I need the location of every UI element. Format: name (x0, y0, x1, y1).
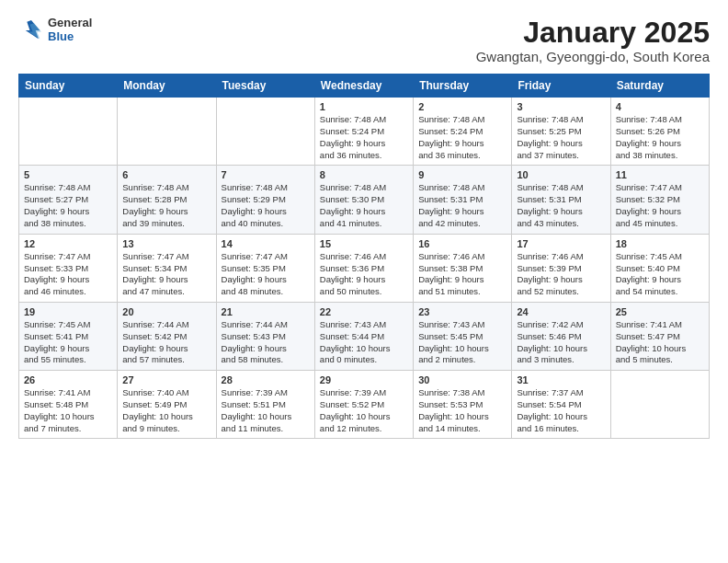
calendar-cell-w2-d2: 6Sunrise: 7:48 AM Sunset: 5:28 PM Daylig… (118, 166, 216, 234)
day-number: 7 (222, 169, 310, 180)
day-info: Sunrise: 7:41 AM Sunset: 5:48 PM Dayligh… (24, 387, 112, 434)
calendar-title: January 2025 (476, 17, 710, 49)
header-monday: Monday (118, 75, 216, 98)
calendar-week-5: 26Sunrise: 7:41 AM Sunset: 5:48 PM Dayli… (19, 371, 710, 439)
calendar-week-4: 19Sunrise: 7:45 AM Sunset: 5:41 PM Dayli… (19, 302, 710, 370)
calendar-cell-w5-d5: 30Sunrise: 7:38 AM Sunset: 5:53 PM Dayli… (414, 371, 512, 439)
day-info: Sunrise: 7:48 AM Sunset: 5:28 PM Dayligh… (122, 182, 210, 229)
day-number: 12 (24, 238, 112, 249)
day-number: 21 (222, 306, 310, 317)
calendar-cell-w5-d7 (610, 371, 709, 439)
logo-blue-text: Blue (48, 30, 92, 44)
day-number: 17 (517, 238, 605, 249)
day-number: 6 (122, 169, 210, 180)
calendar-cell-w3-d6: 17Sunrise: 7:46 AM Sunset: 5:39 PM Dayli… (512, 234, 610, 302)
day-info: Sunrise: 7:43 AM Sunset: 5:45 PM Dayligh… (418, 319, 506, 366)
calendar-cell-w3-d2: 13Sunrise: 7:47 AM Sunset: 5:34 PM Dayli… (118, 234, 216, 302)
calendar-location: Gwangtan, Gyeonggi-do, South Korea (476, 49, 710, 64)
day-info: Sunrise: 7:48 AM Sunset: 5:27 PM Dayligh… (24, 182, 112, 229)
calendar-cell-w2-d6: 10Sunrise: 7:48 AM Sunset: 5:31 PM Dayli… (512, 166, 610, 234)
day-info: Sunrise: 7:48 AM Sunset: 5:30 PM Dayligh… (320, 182, 408, 229)
day-number: 29 (320, 374, 408, 385)
calendar-cell-w4-d5: 23Sunrise: 7:43 AM Sunset: 5:45 PM Dayli… (414, 302, 512, 370)
day-number: 3 (517, 101, 605, 112)
day-info: Sunrise: 7:41 AM Sunset: 5:47 PM Dayligh… (616, 319, 704, 366)
day-info: Sunrise: 7:48 AM Sunset: 5:29 PM Dayligh… (222, 182, 310, 229)
day-info: Sunrise: 7:46 AM Sunset: 5:36 PM Dayligh… (320, 251, 408, 298)
day-number: 18 (616, 238, 704, 249)
calendar-cell-w4-d7: 25Sunrise: 7:41 AM Sunset: 5:47 PM Dayli… (610, 302, 709, 370)
day-number: 4 (616, 101, 704, 112)
calendar-cell-w5-d4: 29Sunrise: 7:39 AM Sunset: 5:52 PM Dayli… (314, 371, 413, 439)
day-info: Sunrise: 7:39 AM Sunset: 5:52 PM Dayligh… (320, 387, 408, 434)
calendar-cell-w4-d1: 19Sunrise: 7:45 AM Sunset: 5:41 PM Dayli… (19, 302, 118, 370)
day-info: Sunrise: 7:47 AM Sunset: 5:35 PM Dayligh… (222, 251, 310, 298)
title-block: January 2025 Gwangtan, Gyeonggi-do, Sout… (476, 17, 710, 64)
calendar-cell-w1-d5: 2Sunrise: 7:48 AM Sunset: 5:24 PM Daylig… (414, 98, 512, 166)
calendar-week-1: 1Sunrise: 7:48 AM Sunset: 5:24 PM Daylig… (19, 98, 710, 166)
day-number: 11 (616, 169, 704, 180)
calendar-cell-w5-d2: 27Sunrise: 7:40 AM Sunset: 5:49 PM Dayli… (118, 371, 216, 439)
logo-general-text: General (48, 17, 92, 30)
day-info: Sunrise: 7:40 AM Sunset: 5:49 PM Dayligh… (122, 387, 210, 434)
day-number: 15 (320, 238, 408, 249)
day-number: 27 (122, 374, 210, 385)
calendar-cell-w2-d7: 11Sunrise: 7:47 AM Sunset: 5:32 PM Dayli… (610, 166, 709, 234)
day-number: 19 (24, 306, 112, 317)
day-number: 28 (222, 374, 310, 385)
day-number: 10 (517, 169, 605, 180)
calendar-cell-w2-d3: 7Sunrise: 7:48 AM Sunset: 5:29 PM Daylig… (216, 166, 314, 234)
day-number: 16 (418, 238, 506, 249)
calendar-cell-w1-d4: 1Sunrise: 7:48 AM Sunset: 5:24 PM Daylig… (314, 98, 413, 166)
logo-icon (18, 17, 44, 43)
calendar-cell-w1-d6: 3Sunrise: 7:48 AM Sunset: 5:25 PM Daylig… (512, 98, 610, 166)
calendar-cell-w3-d1: 12Sunrise: 7:47 AM Sunset: 5:33 PM Dayli… (19, 234, 118, 302)
day-number: 13 (122, 238, 210, 249)
day-info: Sunrise: 7:45 AM Sunset: 5:41 PM Dayligh… (24, 319, 112, 366)
calendar-week-3: 12Sunrise: 7:47 AM Sunset: 5:33 PM Dayli… (19, 234, 710, 302)
page: General Blue January 2025 Gwangtan, Gyeo… (0, 0, 728, 452)
day-info: Sunrise: 7:37 AM Sunset: 5:54 PM Dayligh… (517, 387, 605, 434)
day-number: 9 (418, 169, 506, 180)
calendar-week-2: 5Sunrise: 7:48 AM Sunset: 5:27 PM Daylig… (19, 166, 710, 234)
day-info: Sunrise: 7:46 AM Sunset: 5:39 PM Dayligh… (517, 251, 605, 298)
calendar-cell-w1-d3 (216, 98, 314, 166)
calendar-cell-w2-d5: 9Sunrise: 7:48 AM Sunset: 5:31 PM Daylig… (414, 166, 512, 234)
calendar-table: Sunday Monday Tuesday Wednesday Thursday… (18, 74, 710, 439)
day-info: Sunrise: 7:44 AM Sunset: 5:43 PM Dayligh… (222, 319, 310, 366)
day-info: Sunrise: 7:48 AM Sunset: 5:31 PM Dayligh… (517, 182, 605, 229)
header-friday: Friday (512, 75, 610, 98)
header: General Blue January 2025 Gwangtan, Gyeo… (18, 17, 710, 64)
day-number: 8 (320, 169, 408, 180)
calendar-cell-w5-d3: 28Sunrise: 7:39 AM Sunset: 5:51 PM Dayli… (216, 371, 314, 439)
calendar-cell-w2-d4: 8Sunrise: 7:48 AM Sunset: 5:30 PM Daylig… (314, 166, 413, 234)
calendar-cell-w3-d4: 15Sunrise: 7:46 AM Sunset: 5:36 PM Dayli… (314, 234, 413, 302)
day-number: 31 (517, 374, 605, 385)
day-number: 26 (24, 374, 112, 385)
calendar-cell-w3-d7: 18Sunrise: 7:45 AM Sunset: 5:40 PM Dayli… (610, 234, 709, 302)
day-info: Sunrise: 7:42 AM Sunset: 5:46 PM Dayligh… (517, 319, 605, 366)
calendar-cell-w4-d3: 21Sunrise: 7:44 AM Sunset: 5:43 PM Dayli… (216, 302, 314, 370)
calendar-cell-w1-d2 (118, 98, 216, 166)
day-info: Sunrise: 7:44 AM Sunset: 5:42 PM Dayligh… (122, 319, 210, 366)
day-info: Sunrise: 7:43 AM Sunset: 5:44 PM Dayligh… (320, 319, 408, 366)
day-info: Sunrise: 7:48 AM Sunset: 5:24 PM Dayligh… (320, 114, 408, 161)
day-number: 20 (122, 306, 210, 317)
calendar-cell-w4-d6: 24Sunrise: 7:42 AM Sunset: 5:46 PM Dayli… (512, 302, 610, 370)
day-info: Sunrise: 7:48 AM Sunset: 5:24 PM Dayligh… (418, 114, 506, 161)
header-thursday: Thursday (414, 75, 512, 98)
day-info: Sunrise: 7:38 AM Sunset: 5:53 PM Dayligh… (418, 387, 506, 434)
day-number: 24 (517, 306, 605, 317)
day-info: Sunrise: 7:47 AM Sunset: 5:32 PM Dayligh… (616, 182, 704, 229)
day-info: Sunrise: 7:48 AM Sunset: 5:25 PM Dayligh… (517, 114, 605, 161)
day-number: 2 (418, 101, 506, 112)
header-wednesday: Wednesday (314, 75, 413, 98)
calendar-cell-w5-d6: 31Sunrise: 7:37 AM Sunset: 5:54 PM Dayli… (512, 371, 610, 439)
calendar-cell-w2-d1: 5Sunrise: 7:48 AM Sunset: 5:27 PM Daylig… (19, 166, 118, 234)
day-number: 23 (418, 306, 506, 317)
calendar-cell-w1-d7: 4Sunrise: 7:48 AM Sunset: 5:26 PM Daylig… (610, 98, 709, 166)
calendar-cell-w3-d3: 14Sunrise: 7:47 AM Sunset: 5:35 PM Dayli… (216, 234, 314, 302)
day-info: Sunrise: 7:45 AM Sunset: 5:40 PM Dayligh… (616, 251, 704, 298)
logo: General Blue (18, 17, 92, 44)
header-saturday: Saturday (610, 75, 709, 98)
